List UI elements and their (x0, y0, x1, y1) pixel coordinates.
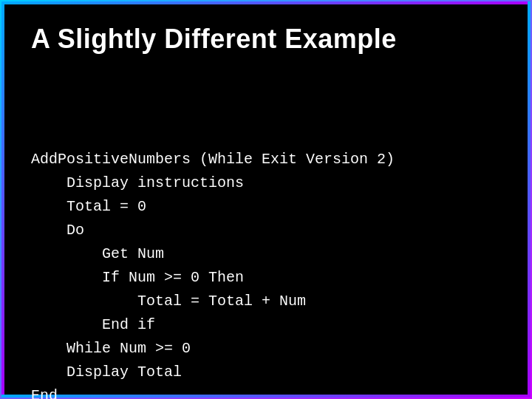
code-line: Total = 0 (31, 195, 494, 219)
slide-title: A Slightly Different Example (31, 24, 494, 55)
code-line: If Num >= 0 Then (31, 266, 494, 290)
code-line: Get Num (31, 242, 494, 266)
code-line: AddPositiveNumbers (While Exit Version 2… (31, 148, 494, 171)
code-line: End (31, 384, 494, 399)
code-line: While Num >= 0 (31, 337, 494, 361)
code-line: Total = Total + Num (31, 290, 494, 313)
code-line: Do (31, 219, 494, 242)
code-line: Display instructions (31, 171, 494, 195)
code-line: Display Total (31, 361, 494, 384)
code-block: AddPositiveNumbers (While Exit Version 2… (31, 77, 494, 399)
slide-container: A Slightly Different Example AddPositive… (0, 0, 532, 399)
slide-content: A Slightly Different Example AddPositive… (1, 1, 531, 399)
code-line: End if (31, 313, 494, 337)
